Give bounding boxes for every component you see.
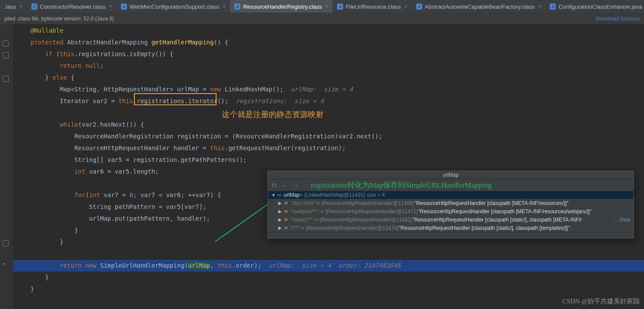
download-sources-link[interactable]: Download Sources	[596, 16, 640, 22]
annotation-text: 这个就是注册的静态资源映射	[222, 109, 324, 121]
editor-tabs: .lass× ConstructorResolver.class× WebMvc…	[0, 0, 644, 13]
tab-file[interactable]: ConfigurationClassEnhancer.java×	[545, 0, 644, 13]
code-annotation: @Nullable	[30, 27, 63, 34]
view-link[interactable]: ... View	[613, 217, 630, 223]
debug-variable-entry[interactable]: ▶≡ "/doc.html" -> {ResourceHttpRequestHa…	[268, 199, 634, 207]
debug-variable-entry[interactable]: ▶≡ "/static/**" -> {ResourceHttpRequestH…	[268, 215, 634, 224]
popup-annotation: registrations转化为Map保存到SimpleURLHandlerMa…	[311, 180, 492, 190]
back-icon[interactable]: ←	[280, 182, 288, 189]
expand-icon[interactable]: ▶	[278, 209, 283, 214]
method-override-icon[interactable]	[3, 262, 9, 269]
decompile-info-text: piled .class file, bytecode version: 52.…	[4, 16, 114, 22]
close-icon[interactable]: ×	[325, 3, 328, 10]
fold-icon[interactable]	[3, 76, 9, 82]
expand-icon[interactable]: ▶	[278, 201, 283, 205]
debug-popup[interactable]: urlMap 🗀 ← → registrations转化为Map保存到Simpl…	[267, 171, 634, 238]
java-icon	[550, 3, 556, 10]
map-entry-icon: ≡	[284, 216, 288, 223]
tab-file-active[interactable]: ResourceHandlerRegistry.class×	[230, 0, 333, 13]
expand-icon[interactable]: ▼	[271, 193, 276, 198]
close-icon[interactable]: ×	[223, 3, 226, 10]
tab-file[interactable]: FileUrlResource.class×	[333, 0, 411, 13]
code-editor[interactable]: @Nullable protected AbstractHandlerMappi…	[0, 24, 644, 309]
object-icon: ∞	[277, 192, 281, 198]
popup-title: urlMap	[268, 171, 634, 179]
debug-variable-root[interactable]: ▼ ∞ urlMap = {LinkedHashMap@11431} size …	[268, 191, 634, 199]
popup-toolbar: 🗀 ← → registrations转化为Map保存到SimpleURLHan…	[268, 179, 634, 191]
forward-icon[interactable]: →	[291, 182, 300, 189]
map-entry-icon: ≡	[284, 200, 288, 206]
java-icon	[121, 3, 127, 10]
fold-icon[interactable]	[3, 240, 9, 246]
tab-file[interactable]: ConstructorResolver.class×	[27, 0, 117, 13]
map-entry-icon: ≡	[284, 225, 288, 231]
debug-variable-entry[interactable]: ▶≡ "/webjars/**" -> {ResourceHttpRequest…	[268, 207, 634, 215]
java-icon	[31, 3, 37, 10]
java-icon	[234, 3, 240, 10]
tab-file[interactable]: AbstractAutowireCapableBeanFactory.class…	[412, 0, 546, 13]
close-icon[interactable]: ×	[538, 3, 541, 10]
expand-icon[interactable]: ▶	[278, 225, 283, 230]
java-icon	[337, 3, 343, 10]
close-icon[interactable]: ×	[404, 3, 407, 10]
tab-file[interactable]: WebMvcConfigurationSupport.class×	[117, 0, 230, 13]
map-entry-icon: ≡	[284, 208, 288, 215]
fold-icon[interactable]	[3, 40, 9, 47]
debug-variable-entry[interactable]: ▶≡ "/**" -> {ResourceHttpRequestHandler@…	[268, 224, 634, 232]
tab-file[interactable]: .lass×	[0, 0, 27, 13]
close-icon[interactable]: ×	[20, 3, 23, 10]
decompile-info-bar: piled .class file, bytecode version: 52.…	[0, 13, 644, 24]
expand-icon[interactable]: ▶	[278, 217, 283, 222]
fold-icon[interactable]	[3, 52, 9, 58]
java-icon	[416, 3, 422, 10]
watermark: CSDN @协手共建美好家园	[562, 297, 640, 306]
folder-icon[interactable]: 🗀	[271, 182, 277, 188]
close-icon[interactable]: ×	[109, 3, 112, 10]
editor-gutter	[0, 24, 13, 309]
